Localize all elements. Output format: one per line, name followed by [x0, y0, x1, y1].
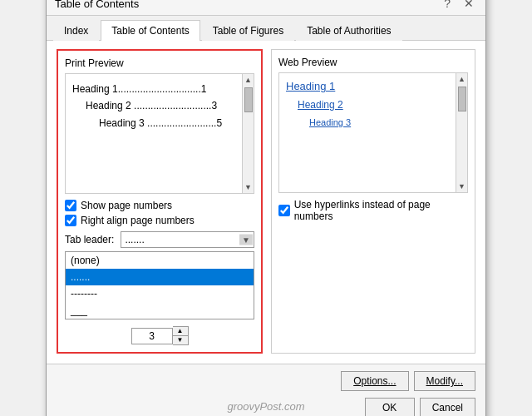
preview-heading2: Heading 2 ............................3: [86, 97, 234, 114]
help-button[interactable]: ?: [441, 0, 454, 10]
web-scroll-down-arrow[interactable]: ▼: [456, 181, 467, 192]
right-align-row: Right align page numbers: [65, 215, 254, 226]
right-align-checkbox[interactable]: [65, 215, 76, 226]
cancel-button[interactable]: Cancel: [420, 398, 475, 416]
show-page-numbers-checkbox[interactable]: [65, 200, 76, 211]
web-scroll-up-arrow[interactable]: ▲: [456, 73, 467, 85]
tab-leader-label: Tab leader:: [65, 234, 114, 245]
tab-toc[interactable]: Table of Contents: [101, 20, 200, 41]
right-column: Web Preview Heading 1 Heading 2 Heading …: [271, 49, 475, 354]
scroll-up-arrow[interactable]: ▲: [243, 74, 254, 86]
spinbox-input[interactable]: [131, 328, 173, 344]
scroll-down-arrow[interactable]: ▼: [243, 181, 254, 193]
tab-index[interactable]: Index: [53, 20, 99, 41]
right-align-label: Right align page numbers: [81, 215, 195, 226]
dropdown-dashes[interactable]: --------: [66, 285, 254, 302]
web-preview-scrollbar[interactable]: ▲ ▼: [456, 73, 467, 192]
tab-leader-dropdown: (none) ....... -------- ___: [65, 251, 254, 319]
show-page-numbers-label: Show page numbers: [81, 200, 172, 211]
dropdown-underline[interactable]: ___: [66, 302, 254, 319]
show-page-numbers-row: Show page numbers: [65, 200, 254, 211]
ok-button[interactable]: OK: [365, 398, 415, 416]
scroll-thumb: [244, 87, 253, 112]
watermark: groovyPost.com: [227, 400, 304, 413]
print-preview-label: Print Preview: [65, 57, 254, 69]
checkboxes: Show page numbers Right align page numbe…: [65, 200, 254, 226]
print-preview-box: Heading 1..............................1…: [65, 73, 254, 194]
spinbox-row: ▲ ▼: [65, 326, 254, 345]
web-heading3: Heading 3: [309, 117, 447, 127]
print-preview-content: Heading 1..............................1…: [72, 81, 247, 131]
spin-up-button[interactable]: ▲: [173, 327, 188, 336]
web-preview-box: Heading 1 Heading 2 Heading 3 ▲ ▼: [278, 72, 468, 193]
footer-top-buttons: Options... Modify...: [57, 371, 475, 391]
title-buttons: ? ✕: [441, 0, 477, 10]
use-hyperlinks-row: Use hyperlinks instead of page numbers: [278, 199, 468, 222]
web-preview-label: Web Preview: [278, 57, 468, 68]
options-button[interactable]: Options...: [341, 371, 408, 391]
tabs-row: Index Table of Contents Table of Figures…: [47, 16, 485, 41]
web-scroll-thumb: [458, 87, 466, 111]
web-preview-content: Heading 1 Heading 2 Heading 3: [286, 80, 461, 127]
dialog-body: Print Preview Heading 1.................…: [47, 41, 485, 364]
preview-heading3: Heading 3 .........................5: [99, 115, 234, 131]
table-of-contents-dialog: Table of Contents ? ✕ Index Table of Con…: [46, 0, 486, 416]
title-bar: Table of Contents ? ✕: [47, 0, 485, 16]
dropdown-dots[interactable]: .......: [66, 269, 254, 285]
tab-leader-select[interactable]: (none) ....... -------- ___: [121, 231, 254, 248]
left-column: Print Preview Heading 1.................…: [57, 49, 263, 354]
use-hyperlinks-checkbox[interactable]: [278, 205, 290, 216]
columns: Print Preview Heading 1.................…: [57, 49, 475, 354]
print-preview-scrollbar[interactable]: ▲ ▼: [242, 74, 254, 193]
modify-button[interactable]: Modify...: [414, 371, 475, 391]
tab-leader-row: Tab leader: (none) ....... -------- ___ …: [65, 231, 254, 248]
web-heading2: Heading 2: [298, 99, 447, 111]
preview-heading1: Heading 1..............................1: [72, 81, 234, 97]
close-button[interactable]: ✕: [461, 0, 477, 10]
use-hyperlinks-label: Use hyperlinks instead of page numbers: [294, 199, 468, 222]
tab-leader-wrapper: (none) ....... -------- ___ ▼: [121, 231, 254, 248]
spin-buttons: ▲ ▼: [173, 326, 189, 345]
tab-figures[interactable]: Table of Figures: [202, 20, 294, 41]
spin-down-button[interactable]: ▼: [173, 336, 188, 344]
web-heading1: Heading 1: [286, 80, 447, 92]
tab-authorities[interactable]: Table of Authorities: [296, 20, 401, 41]
dialog-title: Table of Contents: [55, 0, 139, 10]
dropdown-none[interactable]: (none): [66, 252, 254, 269]
